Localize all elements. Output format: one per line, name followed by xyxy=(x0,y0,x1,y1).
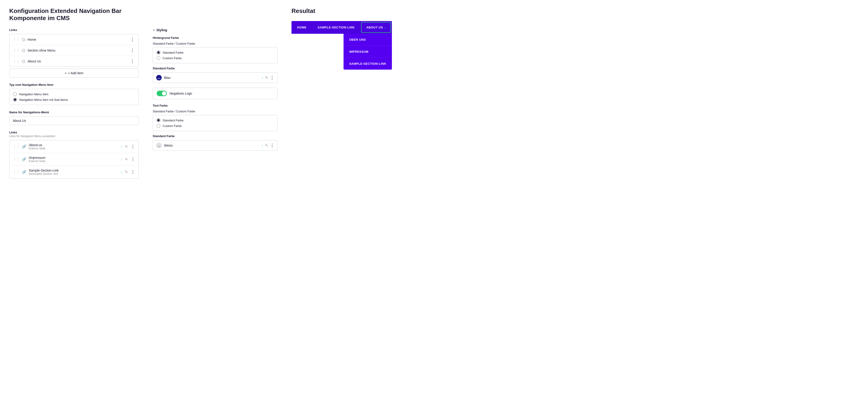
sub-link-edit-button[interactable]: ✎ xyxy=(124,144,128,149)
radio-standard-label: Standard Farbe xyxy=(163,51,183,54)
nav-item-icon: ⬡ xyxy=(22,37,25,42)
text-radio-custom[interactable] xyxy=(157,124,160,128)
text-radio-standard[interactable] xyxy=(157,119,160,122)
table-row: ⋮⋮ ⬡ About Us ⋮ xyxy=(9,56,138,67)
nav-item-icon: ⬡ xyxy=(22,59,25,64)
nav-item-label: About Us xyxy=(28,59,127,63)
hintergrund-label: Hintergrund Farbe xyxy=(153,36,278,39)
links-section-label: Links xyxy=(9,28,139,32)
blau-actions: ↑ ✎ ⋮ xyxy=(262,75,274,80)
sub-link-actions: ↑ ✎ ⋮ xyxy=(120,156,135,162)
standard-custom-label: Standard Farbe / Custom Farbe xyxy=(153,42,278,45)
result-navbar: HOME SAMPLE-SECTION-LINK ABOUT US › xyxy=(291,21,392,34)
sub-links-label: Links xyxy=(9,131,139,134)
svg-rect-0 xyxy=(158,78,160,79)
blau-color-row: Blau ↑ ✎ ⋮ xyxy=(153,72,278,83)
sub-link-actions: ↑ ✎ ⋮ xyxy=(120,169,135,175)
link-icon: 🔗 xyxy=(22,144,26,149)
add-item-label: + Add item xyxy=(68,71,84,75)
weiss-label: Weiss xyxy=(164,143,259,147)
sub-link-content: Sample-Section-Link Verknüpfte Section: … xyxy=(29,168,118,175)
nav-item-more-button[interactable]: ⋮ xyxy=(129,48,135,53)
sub-link-edit-button[interactable]: ✎ xyxy=(124,169,128,174)
dropdown-item-sample[interactable]: SAMPLE-SECTION-LINK xyxy=(344,58,392,70)
weiss-color-row: Weiss ↑ ✎ ⋮ xyxy=(153,140,278,151)
sub-link-upload-button[interactable]: ↑ xyxy=(120,157,123,162)
drag-handle-icon[interactable]: ⋮⋮ xyxy=(13,37,20,42)
styling-header[interactable]: ▼ Styling xyxy=(153,28,278,32)
sub-link-edit-button[interactable]: ✎ xyxy=(124,157,128,162)
radio-row-sub-items: Navigation Menu Item mit Sub-Items xyxy=(13,98,135,101)
blau-upload-button[interactable]: ↑ xyxy=(262,76,264,80)
list-item: ⋮⋮ 🔗 /impressum Externe Seite ↑ ✎ ⋮ xyxy=(9,153,138,166)
sub-links-list: ⋮⋮ 🔗 /about-us Externe Seite ↑ ✎ ⋮ ⋮⋮ 🔗 xyxy=(9,140,139,179)
sub-link-upload-button[interactable]: ↑ xyxy=(120,144,123,149)
sub-link-upload-button[interactable]: ↑ xyxy=(120,170,123,174)
text-radio-standard-label: Standard Farbe xyxy=(163,119,183,122)
weiss-more-button[interactable]: ⋮ xyxy=(270,143,274,148)
result-nav-sample[interactable]: SAMPLE-SECTION-LINK xyxy=(312,22,360,33)
result-nav-home[interactable]: HOME xyxy=(291,22,312,33)
nav-item-icon: ⬡ xyxy=(22,48,25,53)
nav-item-more-button[interactable]: ⋮ xyxy=(129,37,135,42)
table-row: ⋮⋮ ⬡ Home ⋮ xyxy=(9,34,138,45)
list-item: ⋮⋮ 🔗 /about-us Externe Seite ↑ ✎ ⋮ xyxy=(9,140,138,153)
radio-nav-item[interactable] xyxy=(13,92,17,96)
chevron-right-icon: › xyxy=(385,26,386,29)
negatives-logo-toggle-row: Negatives Logo xyxy=(153,88,278,99)
page-title: Konfiguration Extended Navigation Bar Ko… xyxy=(9,7,139,22)
radio-sub-items[interactable] xyxy=(13,98,17,101)
name-section: Name für Navigations-Menü xyxy=(9,110,139,125)
sub-link-name: /impressum xyxy=(29,156,118,160)
svg-rect-1 xyxy=(158,146,160,147)
add-item-button[interactable]: + + Add item xyxy=(9,69,139,77)
drag-handle-icon[interactable]: ⋮⋮ xyxy=(13,59,20,64)
text-radio-custom-label: Custom Farbe xyxy=(163,124,182,128)
radio-custom-label: Custom Farbe xyxy=(163,57,182,60)
sub-link-more-button[interactable]: ⋮ xyxy=(130,169,135,175)
blau-label: Blau xyxy=(164,76,259,79)
radio-row-nav-item: Navigation Menu Item xyxy=(13,92,135,96)
sub-links-section: Links Links für Navigation Menu auswähle… xyxy=(9,131,139,179)
name-input[interactable] xyxy=(9,116,139,125)
sub-link-type: Verknüpfte Section: test xyxy=(29,172,118,175)
blau-edit-button[interactable]: ✎ xyxy=(265,75,268,80)
standard-farbe-label: Standard Farbe xyxy=(153,67,278,70)
result-nav-about[interactable]: ABOUT US › xyxy=(361,22,391,33)
weiss-swatch xyxy=(156,143,162,148)
plus-icon: + xyxy=(65,71,67,75)
sub-link-content: /about-us Externe Seite xyxy=(29,143,118,150)
sub-link-content: /impressum Externe Seite xyxy=(29,156,118,163)
sub-link-actions: ↑ ✎ ⋮ xyxy=(120,143,135,150)
radio-row-custom: Custom Farbe xyxy=(157,56,274,60)
nav-item-more-button[interactable]: ⋮ xyxy=(129,59,135,64)
blau-more-button[interactable]: ⋮ xyxy=(270,75,274,80)
text-radio-box: Standard Farbe Custom Farbe xyxy=(153,115,278,131)
nav-item-label: Home xyxy=(28,38,127,41)
weiss-upload-button[interactable]: ↑ xyxy=(262,143,264,148)
sub-link-name: Sample-Section-Link xyxy=(29,168,118,172)
drag-handle-icon[interactable]: ⋮⋮ xyxy=(13,48,20,53)
drag-handle-icon[interactable]: ⋮⋮ xyxy=(13,144,20,149)
dropdown-item-uber[interactable]: ÜBER UNS xyxy=(344,34,392,46)
radio-custom-farbe[interactable] xyxy=(157,56,160,60)
drag-handle-icon[interactable]: ⋮⋮ xyxy=(13,157,20,162)
text-farbe-label: Text Farbe xyxy=(153,104,278,107)
sub-link-more-button[interactable]: ⋮ xyxy=(130,156,135,162)
link-icon: 🔗 xyxy=(22,170,26,174)
weiss-edit-button[interactable]: ✎ xyxy=(265,143,268,148)
sub-link-more-button[interactable]: ⋮ xyxy=(130,143,135,150)
drag-handle-icon[interactable]: ⋮⋮ xyxy=(13,170,20,174)
blau-swatch xyxy=(156,75,162,80)
negatives-logo-toggle[interactable] xyxy=(157,91,167,96)
sub-link-name: /about-us xyxy=(29,143,118,147)
hintergrund-farbe-section: Hintergrund Farbe Standard Farbe / Custo… xyxy=(153,36,278,83)
text-radio-row-standard: Standard Farbe xyxy=(157,119,274,122)
type-options-box: Navigation Menu Item Navigation Menu Ite… xyxy=(9,89,139,105)
radio-sub-items-label: Navigation Menu Item mit Sub-Items xyxy=(19,98,68,101)
sub-links-subtitle: Links für Navigation Menu auswählen xyxy=(9,135,139,138)
result-title: Resultat xyxy=(291,7,859,14)
dropdown-item-impressum[interactable]: IMPRESSUM xyxy=(344,46,392,58)
radio-standard-farbe[interactable] xyxy=(157,51,160,54)
styling-label: Styling xyxy=(156,28,167,32)
